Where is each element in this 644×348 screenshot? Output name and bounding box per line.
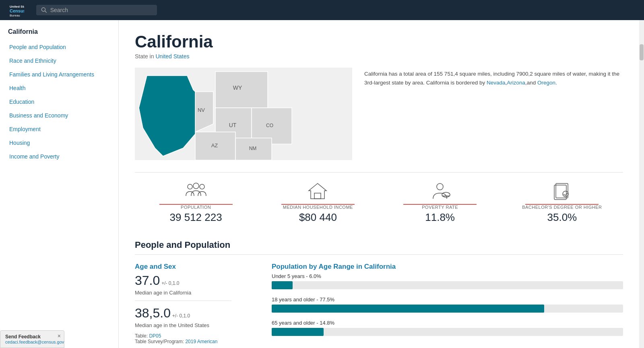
bar-container-2 xyxy=(272,328,623,336)
svg-point-25 xyxy=(437,183,443,190)
median-us-value: 38,5.0 xyxy=(135,306,171,320)
sidebar-item-health[interactable]: Health xyxy=(0,81,118,95)
poverty-icon xyxy=(429,182,451,200)
median-ca-row: 37.0 +/- 0,1.0 xyxy=(135,273,256,288)
description-area: California has a total area of 155 751,4… xyxy=(364,68,623,160)
oregon-link[interactable]: Oregon xyxy=(537,80,555,86)
svg-rect-24 xyxy=(314,193,321,199)
stat-income: MEDIAN HOUSEHOLD INCOME $80 440 xyxy=(257,181,379,224)
sidebar: California People and PopulationRace and… xyxy=(0,20,119,348)
feedback-label: Send Feedback xyxy=(5,334,59,340)
table-ref-link[interactable]: DP05 xyxy=(149,333,161,339)
stat-icon-education xyxy=(501,181,623,201)
median-ca-margin: +/- 0,1.0 xyxy=(161,280,179,286)
stat-label-poverty: POVERTY RATE xyxy=(379,205,501,210)
main-content: California State in United States WY UT xyxy=(119,20,639,348)
svg-point-26 xyxy=(442,192,450,197)
sidebar-item-race-and-ethnicity[interactable]: Race and Ethnicity xyxy=(0,54,118,68)
svg-line-5 xyxy=(45,11,47,12)
bar-fill-2 xyxy=(272,328,324,336)
table-survey-link[interactable]: 2019 American xyxy=(185,339,217,344)
feedback-close-button[interactable]: × xyxy=(58,333,61,339)
bar-fill-0 xyxy=(272,281,293,289)
stat-label-income: MEDIAN HOUSEHOLD INCOME xyxy=(257,205,379,210)
stat-value-population: 39 512 223 xyxy=(135,211,257,224)
age-range-title: Population by Age Range in California xyxy=(272,263,623,271)
header: United States Census Bureau xyxy=(0,0,644,20)
svg-text:AZ: AZ xyxy=(211,142,218,148)
page-title: California xyxy=(135,32,623,51)
degree-icon xyxy=(551,182,573,200)
sidebar-item-families[interactable]: Families and Living Arrangements xyxy=(0,68,118,81)
table-reference: Table: DP05 Table Survey/Program: 2019 A… xyxy=(135,333,256,344)
svg-text:CO: CO xyxy=(266,123,273,128)
svg-text:Bureau: Bureau xyxy=(10,14,20,17)
stat-value-poverty: 11.8% xyxy=(379,211,501,224)
divider-1 xyxy=(135,301,231,301)
sidebar-links: People and PopulationRace and EthnicityF… xyxy=(0,40,118,163)
stat-value-income: $80 440 xyxy=(257,211,379,224)
median-us-margin: +/- 0,1.0 xyxy=(172,313,190,319)
nevada-link[interactable]: Nevada xyxy=(487,80,506,86)
census-logo-icon: United States Census Bureau xyxy=(8,2,24,18)
top-section: WY UT CO NV AZ NM xyxy=(135,68,623,160)
map-container: WY UT CO NV AZ NM xyxy=(135,68,352,160)
sidebar-state-title: California xyxy=(0,28,118,40)
scrollbar[interactable] xyxy=(639,20,644,348)
age-range-column: Population by Age Range in California Un… xyxy=(272,263,623,344)
svg-point-22 xyxy=(200,184,204,189)
stat-value-education: 35.0% xyxy=(501,211,623,224)
subtitle-link[interactable]: United States xyxy=(155,53,189,60)
svg-text:NV: NV xyxy=(198,107,205,113)
svg-marker-23 xyxy=(309,183,326,199)
stat-label-population: POPULATION xyxy=(135,205,257,210)
subtitle-pre: State in xyxy=(135,53,154,60)
svg-text:WY: WY xyxy=(233,84,242,91)
age-sex-column: Age and Sex 37.0 +/- 0,1.0 Median age in… xyxy=(135,263,256,344)
feedback-box: × Send Feedback cedaci.feedback@census.g… xyxy=(0,330,64,348)
feedback-email[interactable]: cedaci.feedback@census.gov xyxy=(5,340,59,344)
search-area[interactable] xyxy=(36,5,157,15)
layout: California People and PopulationRace and… xyxy=(0,20,644,348)
stat-poverty: POVERTY RATE 11.8% xyxy=(379,181,501,224)
people-section-container: People and Population Age and Sex 37.0 +… xyxy=(135,240,623,344)
search-icon xyxy=(41,7,47,13)
bar-fill-1 xyxy=(272,305,544,313)
svg-text:NM: NM xyxy=(249,146,257,151)
bar-label-2: 65 years and older - 14.8% xyxy=(272,320,623,326)
svg-text:UT: UT xyxy=(229,122,237,128)
median-us-label: Median age in the United States xyxy=(135,322,256,328)
search-input[interactable] xyxy=(50,7,152,13)
stat-icon-income xyxy=(257,181,379,201)
bar-container-1 xyxy=(272,305,623,313)
table-ref-label: Table: xyxy=(135,333,148,339)
table-survey-label: Table Survey/Program: xyxy=(135,339,184,344)
description-text: California has a total area of 155 751,4… xyxy=(364,71,619,86)
svg-point-20 xyxy=(188,184,192,189)
sidebar-item-education[interactable]: Education xyxy=(0,95,118,109)
map-svg: WY UT CO NV AZ NM xyxy=(135,68,352,160)
sidebar-item-people-and-population[interactable]: People and Population xyxy=(0,40,118,54)
people-icon xyxy=(184,182,208,200)
median-ca-value: 37.0 xyxy=(135,273,160,288)
house-icon xyxy=(307,182,329,200)
sidebar-item-income[interactable]: Income and Poverty xyxy=(0,150,118,163)
stat-education: BACHELOR'S DEGREE OR HIGHER 35.0% xyxy=(501,181,623,224)
bar-label-1: 18 years and older - 77.5% xyxy=(272,297,623,303)
median-ca-label: Median age in California xyxy=(135,290,256,296)
bar-container-0 xyxy=(272,281,623,289)
stat-icon-population xyxy=(135,181,257,201)
scrollbar-thumb[interactable] xyxy=(640,44,644,60)
sidebar-item-housing[interactable]: Housing xyxy=(0,136,118,150)
svg-text:Census: Census xyxy=(10,8,24,13)
sidebar-item-business[interactable]: Business and Economy xyxy=(0,109,118,122)
page-subtitle: State in United States xyxy=(135,53,623,60)
svg-point-21 xyxy=(193,183,199,189)
people-section-title: People and Population xyxy=(135,240,623,255)
age-sex-title: Age and Sex xyxy=(135,263,256,271)
stat-icon-poverty xyxy=(379,181,501,201)
stat-label-education: BACHELOR'S DEGREE OR HIGHER xyxy=(501,205,623,210)
sidebar-item-employment[interactable]: Employment xyxy=(0,122,118,136)
arizona-link[interactable]: Arizona xyxy=(507,80,525,86)
svg-text:United States: United States xyxy=(10,5,24,8)
